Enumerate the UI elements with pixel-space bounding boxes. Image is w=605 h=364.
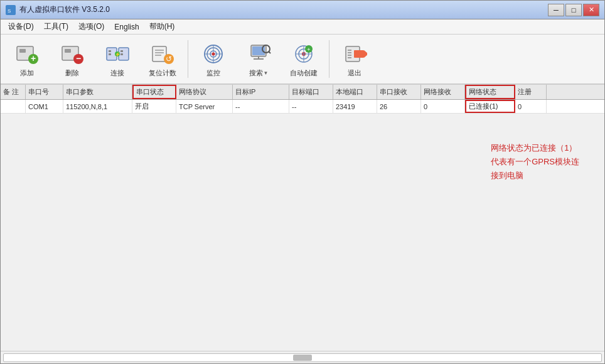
svg-text:−: − xyxy=(76,53,81,63)
annotation-text: 网络状态为已连接（1） 代表有一个GPRS模块连 接到电脑 xyxy=(491,141,579,183)
td-note xyxy=(1,100,26,113)
td-netrecv: 0 xyxy=(421,100,465,113)
th-netstat: 网络状态 xyxy=(465,85,515,99)
table-row[interactable]: COM1 115200,N,8,1 开启 TCP Server -- -- 23… xyxy=(1,100,604,114)
svg-marker-46 xyxy=(364,50,367,58)
menu-help[interactable]: 帮助(H) xyxy=(144,20,180,33)
exit-button[interactable]: 退出 xyxy=(333,37,376,81)
main-content: 备 注 串口号 串口参数 串口状态 网络协议 目标IP 目标端口 本地端口 串口… xyxy=(1,85,604,114)
table-header: 备 注 串口号 串口参数 串口状态 网络协议 目标IP 目标端口 本地端口 串口… xyxy=(1,85,604,100)
svg-rect-3 xyxy=(19,49,26,53)
td-proto: TCP Server xyxy=(176,100,233,113)
svg-line-36 xyxy=(269,51,270,53)
monitor-label: 监控 xyxy=(206,68,220,78)
td-port: COM1 xyxy=(26,100,63,113)
svg-rect-12 xyxy=(109,53,111,55)
add-label: 添加 xyxy=(20,68,34,78)
svg-text:↺: ↺ xyxy=(166,55,172,63)
svg-text:+: + xyxy=(307,46,310,53)
th-netrecv: 网络接收 xyxy=(421,85,465,99)
monitor-button[interactable]: 监控 xyxy=(192,37,235,81)
autocreate-icon: + xyxy=(291,41,317,67)
td-param: 115200,N,8,1 xyxy=(63,100,132,113)
close-button[interactable]: ✕ xyxy=(583,4,599,16)
td-locport: 23419 xyxy=(333,100,377,113)
svg-text:+: + xyxy=(31,53,36,63)
reset-icon: ↺ xyxy=(149,41,176,67)
th-note: 备 注 xyxy=(1,85,26,99)
th-status: 串口状态 xyxy=(132,85,176,99)
monitor-icon xyxy=(200,41,227,67)
th-destip: 目标IP xyxy=(233,85,289,99)
th-param: 串口参数 xyxy=(63,85,132,99)
window-controls: ─ □ ✕ xyxy=(548,4,599,16)
autocreate-button[interactable]: + 自动创建 xyxy=(282,37,325,81)
td-netstat: 已连接(1) xyxy=(465,100,515,113)
window-title: 有人虚拟串口软件 V3.5.2.0 xyxy=(19,4,548,15)
exit-label: 退出 xyxy=(348,68,361,78)
svg-point-30 xyxy=(212,52,215,55)
td-destport: -- xyxy=(289,100,333,113)
app-icon: S xyxy=(6,5,16,15)
menu-device[interactable]: 设备(D) xyxy=(3,20,39,33)
status-bar xyxy=(1,351,604,363)
svg-rect-45 xyxy=(354,50,364,58)
exit-icon xyxy=(341,41,368,67)
svg-text:S: S xyxy=(8,8,11,14)
delete-icon: − xyxy=(59,41,85,67)
menu-english[interactable]: English xyxy=(109,21,144,33)
toolbar-separator xyxy=(188,40,188,78)
th-portrecv: 串口接收 xyxy=(377,85,421,99)
th-locport: 本地端口 xyxy=(333,85,377,99)
autocreate-label: 自动创建 xyxy=(290,68,318,78)
minimize-button[interactable]: ─ xyxy=(548,4,564,16)
svg-rect-7 xyxy=(65,49,71,53)
add-button[interactable]: + 添加 xyxy=(6,37,48,81)
th-reg: 注册 xyxy=(515,85,547,99)
delete-button[interactable]: − 删除 xyxy=(51,37,94,81)
reset-button[interactable]: ↺ 复位计数 xyxy=(141,37,184,81)
search-button[interactable]: 搜索 ▼ xyxy=(237,37,280,81)
reset-label: 复位计数 xyxy=(149,68,176,78)
search-label: 搜索 xyxy=(249,68,263,78)
svg-text:⚡: ⚡ xyxy=(115,51,120,57)
th-port: 串口号 xyxy=(26,85,63,99)
td-portrecv: 26 xyxy=(377,100,421,113)
connect-icon: ⚡ xyxy=(104,41,131,67)
svg-rect-11 xyxy=(109,50,111,52)
title-bar: S 有人虚拟串口软件 V3.5.2.0 ─ □ ✕ xyxy=(1,1,604,19)
toolbar-separator-2 xyxy=(329,40,329,78)
connect-label: 连接 xyxy=(110,68,124,78)
menu-tools[interactable]: 工具(T) xyxy=(39,20,73,33)
menu-bar: 设备(D) 工具(T) 选项(O) English 帮助(H) xyxy=(1,19,604,35)
td-status: 开启 xyxy=(132,100,176,113)
th-destport: 目标端口 xyxy=(289,85,333,99)
th-proto: 网络协议 xyxy=(176,85,233,99)
maximize-button[interactable]: □ xyxy=(565,4,582,16)
add-icon: + xyxy=(14,41,40,67)
td-reg: 0 xyxy=(515,100,547,113)
connect-button[interactable]: ⚡ 连接 xyxy=(96,37,139,81)
menu-options[interactable]: 选项(O) xyxy=(73,20,109,33)
data-table: 备 注 串口号 串口参数 串口状态 网络协议 目标IP 目标端口 本地端口 串口… xyxy=(1,85,604,114)
svg-rect-14 xyxy=(120,50,123,52)
scroll-thumb[interactable] xyxy=(293,355,312,361)
delete-label: 删除 xyxy=(65,68,79,78)
toolbar: + 添加 − 删除 xyxy=(1,35,604,85)
svg-rect-15 xyxy=(120,53,123,55)
horizontal-scrollbar[interactable] xyxy=(3,353,602,362)
td-destip: -- xyxy=(233,100,289,113)
search-icon xyxy=(245,41,272,67)
search-dropdown-arrow: ▼ xyxy=(264,70,269,76)
